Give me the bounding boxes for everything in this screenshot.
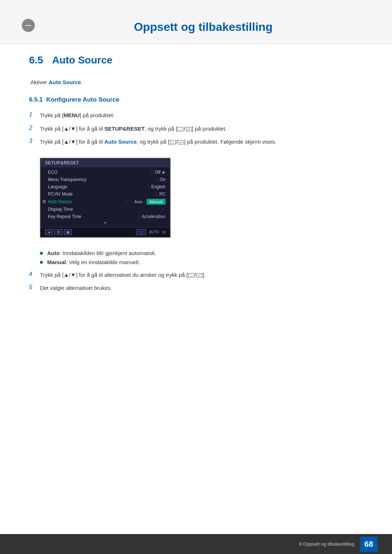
menu-row-language: Language : English xyxy=(41,183,170,190)
step-2-text: Trykk på [▲/▼] for å gå til SETUP&RESET,… xyxy=(40,125,363,133)
steps-list: 1 Trykk på [MENU] på produktet. 2 Trykk … xyxy=(29,111,363,146)
nav-down-icon: ▼ xyxy=(54,229,62,235)
step-4: 4 Trykk på [▲/▼] for å gå til alternativ… xyxy=(29,271,363,279)
sub-option-auto: Auto xyxy=(131,199,146,205)
bullet-dot-auto xyxy=(40,252,43,255)
subsection-heading: Konfigurere Auto Source xyxy=(46,96,119,103)
auto-label: AUTO xyxy=(149,230,159,234)
menu-label-transparency: Menu Transparency xyxy=(48,177,154,182)
bullet-manual: Manual: Velg en inndatakilde manuelt. xyxy=(40,259,363,265)
page-footer: 6 Oppsett og tilbakestilling 68 xyxy=(0,534,392,554)
menu-value-language: English xyxy=(151,184,166,189)
sub-options: Auto Manual xyxy=(131,199,166,205)
step-1: 1 Trykk på [MENU] på produktet. xyxy=(29,111,363,120)
menu-value-keyrepeat: Acceleration xyxy=(142,214,166,219)
bullet-auto: Auto: Inndatakilden blir gjenkjent autom… xyxy=(40,250,363,256)
menu-label-displaytime: Display Time xyxy=(48,207,160,212)
section-title: Auto Source xyxy=(52,54,112,66)
step-1-num: 1 xyxy=(29,111,40,118)
scroll-indicator: ▼ xyxy=(41,220,170,226)
menu-value-pcav: PC xyxy=(159,192,166,197)
step-5-num: 5 xyxy=(29,284,40,291)
intro-text-after: . xyxy=(81,79,82,85)
menu-value-transparency: On xyxy=(160,177,166,182)
subsection-number: 6.5.1 xyxy=(29,96,43,103)
bullet-dot-manual xyxy=(40,261,43,264)
monitor-icon: □ xyxy=(136,229,146,235)
menu-row-pcav: PC/AV Mode : PC xyxy=(41,190,170,198)
page-header: Oppsett og tilbakestilling xyxy=(0,0,392,44)
footer-page-number: 68 xyxy=(360,537,377,552)
menu-row-keyrepeat: Key Repeat Time : Acceleration xyxy=(41,213,170,220)
menu-label-autosource: Auto Source xyxy=(48,199,124,204)
steps-list-2: 4 Trykk på [▲/▼] for å gå til alternativ… xyxy=(29,271,363,292)
step-4-num: 4 xyxy=(29,271,40,278)
menu-row-eco: ECO : Off ▶ xyxy=(41,169,170,176)
step-2-num: 2 xyxy=(29,125,40,131)
menu-body: ECO : Off ▶ Menu Transparency : On Langu… xyxy=(41,167,170,227)
section-number: 6.5 xyxy=(29,54,43,66)
menu-label-eco: ECO xyxy=(48,170,149,175)
step-3: 3 Trykk på [▲/▼] for å gå til Auto Sourc… xyxy=(29,138,363,146)
nav-left-icon: ◄ xyxy=(45,229,53,235)
intro-bold: Auto Source xyxy=(49,79,81,85)
step-5: 5 Det valgte alternativet brukes. xyxy=(29,284,363,292)
menu-title: SETUP&RESET xyxy=(41,159,170,167)
menu-screenshot: SETUP&RESET ECO : Off ▶ Menu Transparenc… xyxy=(40,158,171,238)
main-content: 6.5 Auto Source Aktiver Auto Source. 6.5… xyxy=(0,40,392,532)
bullet-text-manual: Manual: Velg en inndatakilde manuelt. xyxy=(47,259,140,265)
intro-paragraph: Aktiver Auto Source. xyxy=(30,79,363,85)
step-1-text: Trykk på [MENU] på produktet. xyxy=(40,111,363,120)
menu-value-eco: Off xyxy=(155,170,160,175)
page-title: Oppsett og tilbakestilling xyxy=(36,13,370,37)
menu-row-transparency: Menu Transparency : On xyxy=(41,176,170,183)
bullet-list: Auto: Inndatakilden blir gjenkjent autom… xyxy=(40,250,363,265)
menu-label-keyrepeat: Key Repeat Time xyxy=(48,214,136,219)
gear-icon: ⚙ xyxy=(42,199,46,204)
step-3-num: 3 xyxy=(29,138,40,144)
menu-arrow-eco: ▶ xyxy=(163,170,166,174)
subsection-title: 6.5.1 Konfigurere Auto Source xyxy=(29,96,363,103)
menu-nav-icons: ◄ ▼ ▣ xyxy=(45,229,72,235)
header-circle-icon xyxy=(22,19,35,32)
step-5-text: Det valgte alternativet brukes. xyxy=(40,284,363,292)
footer-section-label: 6 Oppsett og tilbakestilling xyxy=(299,541,354,547)
sub-option-manual: Manual xyxy=(147,199,166,205)
step-2: 2 Trykk på [▲/▼] for å gå til SETUP&RESE… xyxy=(29,125,363,133)
menu-label-pcav: PC/AV Mode xyxy=(48,192,154,197)
intro-text-before: Aktiver xyxy=(30,79,49,85)
menu-row-autosource: ⚙ Auto Source : Auto Manual xyxy=(41,198,170,206)
step-3-text: Trykk på [▲/▼] for å gå til Auto Source,… xyxy=(40,138,363,146)
menu-label-language: Language xyxy=(48,184,146,189)
section-65-header: 6.5 Auto Source xyxy=(29,54,363,69)
bullet-text-auto: Auto: Inndatakilden blir gjenkjent autom… xyxy=(47,250,156,256)
menu-right-icons: □ AUTO ⊙ xyxy=(136,229,166,235)
menu-row-displaytime: Display Time : xyxy=(41,206,170,213)
nav-enter-icon: ▣ xyxy=(64,229,72,235)
menu-bottom-bar: ◄ ▼ ▣ □ AUTO ⊙ xyxy=(41,227,170,237)
step-4-text: Trykk på [▲/▼] for å gå til alternativet… xyxy=(40,271,363,279)
power-icon: ⊙ xyxy=(162,230,166,235)
